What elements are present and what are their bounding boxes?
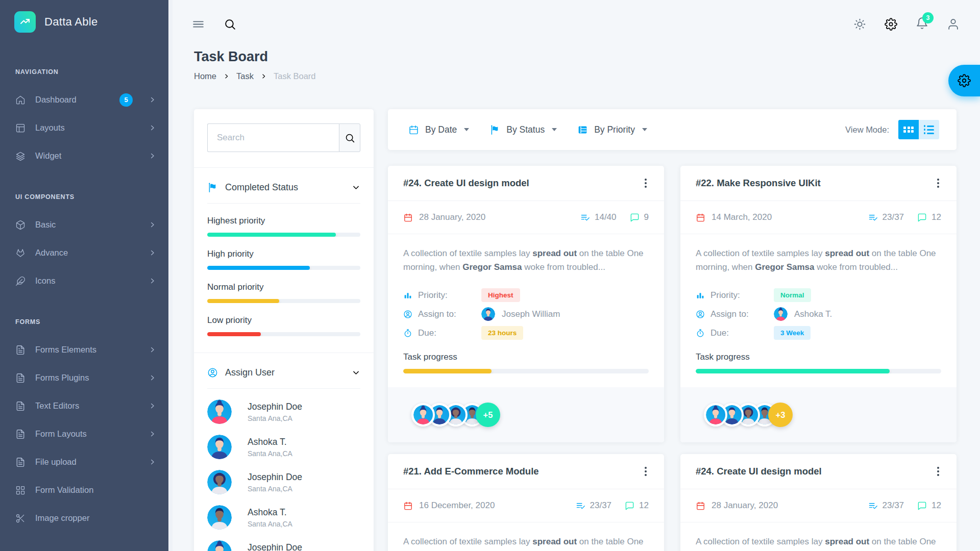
sidebar-item-forms-plugins[interactable]: Forms Plugins	[0, 364, 168, 392]
user-list-item[interactable]: Josephin Doe Santa Ana,CA	[207, 540, 360, 551]
breadcrumb-task[interactable]: Task	[236, 71, 254, 81]
task-title: #24. Create UI design model	[696, 466, 822, 477]
user-list-item[interactable]: Josephin Doe Santa Ana,CA	[207, 470, 360, 494]
sidebar-item-form-layouts[interactable]: Form Layouts	[0, 420, 168, 448]
progress-track	[207, 233, 360, 237]
sidebar-item-layouts[interactable]: Layouts	[0, 114, 168, 142]
user-circle-icon	[403, 310, 412, 319]
sidebar-item-text-editors[interactable]: Text Editors	[0, 392, 168, 420]
completed-status-header[interactable]: Completed Status	[207, 180, 360, 203]
checklist-icon	[868, 501, 878, 511]
hamburger-menu-icon[interactable]	[192, 18, 205, 31]
calendar-icon	[403, 213, 413, 222]
sidebar-item-forms-elements[interactable]: Forms Elements	[0, 336, 168, 364]
chevron-right-icon	[149, 152, 156, 160]
kebab-menu-icon[interactable]	[935, 464, 941, 479]
nav-section-label: FORMS	[15, 307, 153, 325]
task-description: A collection of textile samples lay spre…	[696, 535, 941, 551]
more-members-badge[interactable]: +3	[768, 403, 793, 427]
app-title: Datta Able	[44, 15, 98, 29]
sidebar-scrollbar[interactable]	[168, 0, 173, 551]
app-logo[interactable]: Datta Able	[0, 0, 168, 44]
view-mode-toggle	[898, 120, 939, 139]
task-description: A collection of textile samples lay spre…	[696, 247, 941, 274]
progress-fill	[207, 332, 261, 336]
progress-fill	[696, 369, 890, 373]
flag-icon	[489, 124, 500, 135]
board-toolbar: By Date By Status By Priority View Mode:	[388, 109, 957, 150]
avatar	[704, 403, 727, 427]
search-icon[interactable]	[224, 18, 236, 31]
user-profile-icon[interactable]	[947, 18, 960, 31]
kebab-menu-icon[interactable]	[643, 176, 649, 191]
assignee-row: Assign to: Ashoka T.	[696, 305, 941, 323]
filter-by-priority[interactable]: By Priority	[577, 124, 647, 135]
user-list-item[interactable]: Ashoka T. Santa Ana,CA	[207, 505, 360, 530]
task-date: 16 December, 2020	[419, 500, 495, 511]
more-members-badge[interactable]: +5	[476, 403, 500, 427]
list-view-button[interactable]	[919, 120, 939, 139]
comment-icon	[630, 213, 640, 222]
comment-icon	[917, 501, 927, 511]
filter-by-status[interactable]: By Status	[489, 124, 557, 135]
sidebar-item-basic[interactable]: Basic	[0, 211, 168, 239]
bar-chart-icon	[696, 291, 705, 300]
progress-fill	[207, 233, 336, 237]
progress-track	[207, 266, 360, 270]
sidebar-item-advance[interactable]: Advance	[0, 239, 168, 267]
task-count: 23/37	[883, 212, 904, 222]
checklist-icon	[580, 213, 590, 222]
task-card: #24. Create UI design model 28 January, …	[680, 454, 957, 551]
breadcrumb-home[interactable]: Home	[194, 71, 216, 81]
kebab-menu-icon[interactable]	[935, 176, 941, 191]
user-list-item[interactable]: Josephin Doe Santa Ana,CA	[207, 399, 360, 424]
nav-section-label: UI COMPONENTS	[15, 182, 153, 201]
search-button[interactable]	[339, 123, 360, 152]
search-input[interactable]	[207, 123, 339, 152]
task-card: #21. Add E-Commerce Module 16 December, …	[388, 454, 664, 551]
task-date: 14 March, 2020	[712, 212, 772, 222]
config-fab-button[interactable]	[948, 65, 980, 96]
sidebar-item-file-upload[interactable]: File upload	[0, 448, 168, 476]
sidebar-item-form-validation[interactable]: Form Validation	[0, 476, 168, 504]
comment-count: 12	[932, 212, 941, 222]
settings-gear-icon[interactable]	[885, 18, 897, 31]
grid-icon	[15, 485, 26, 495]
chevron-right-icon	[149, 374, 156, 382]
task-count: 23/37	[590, 500, 612, 511]
avatar	[481, 307, 495, 321]
chevron-right-icon	[149, 430, 156, 438]
user-circle-icon	[207, 367, 218, 378]
filter-by-date[interactable]: By Date	[408, 124, 469, 135]
task-title: #21. Add E-Commerce Module	[403, 466, 539, 477]
sidebar-item-widget[interactable]: Widget	[0, 142, 168, 170]
file-text-icon	[15, 401, 26, 411]
box-icon	[15, 220, 26, 230]
due-badge: 23 hours	[481, 326, 523, 340]
caret-down-icon	[552, 128, 557, 131]
task-progress-label: Task progress	[696, 352, 941, 362]
notifications-button[interactable]: 3	[916, 17, 928, 32]
chevron-right-icon	[223, 73, 230, 80]
chevron-right-icon	[149, 346, 156, 354]
kebab-menu-icon[interactable]	[643, 464, 649, 479]
user-list-item[interactable]: Ashoka T. Santa Ana,CA	[207, 435, 360, 459]
caret-down-icon	[642, 128, 647, 131]
sidebar-item-image-cropper[interactable]: Image cropper	[0, 504, 168, 532]
stopwatch-icon	[403, 329, 412, 338]
avatar	[774, 307, 788, 321]
grid-view-button[interactable]	[898, 120, 919, 139]
chevron-right-icon	[149, 249, 156, 257]
view-mode-label: View Mode:	[845, 125, 889, 135]
task-date: 28 January, 2020	[419, 212, 485, 222]
progress-track	[207, 299, 360, 303]
brightness-icon[interactable]	[853, 18, 866, 31]
layers-icon	[15, 151, 26, 161]
assign-user-header[interactable]: Assign User	[207, 365, 360, 388]
sidebar-item-icons[interactable]: Icons	[0, 267, 168, 295]
completed-status-section: Completed Status Highest priority High p…	[194, 168, 374, 353]
priority-badge: Normal	[774, 288, 811, 302]
sidebar-item-dashboard[interactable]: Dashboard 5	[0, 86, 168, 114]
task-title: #24. Create UI design model	[403, 178, 529, 189]
avatar	[207, 505, 232, 530]
